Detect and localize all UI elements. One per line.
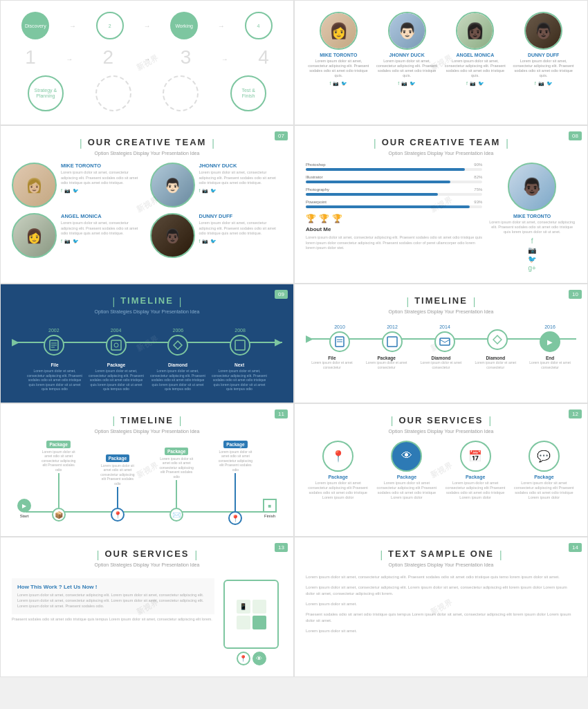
title-bar-8: OUR CREATIVE TEAM xyxy=(306,137,576,149)
tl10-text-package: Lorem ipsum dolor et amet consectetur xyxy=(360,360,413,369)
tl10-year-2012: 2012 xyxy=(387,324,398,329)
slide-title-7: OUR CREATIVE TEAM xyxy=(88,137,207,147)
slide-10: 新视界 10 TIMELINE Option Strategies Displa… xyxy=(294,284,588,403)
desc-angel: Lorem ipsum dolor sit amet, consectetur … xyxy=(443,59,508,79)
dot-2006 xyxy=(167,335,188,356)
slide-title-13: OUR SERVICES xyxy=(104,549,189,559)
timeline-node-2002: 2002 xyxy=(23,328,85,356)
team-avatar-mike: 👩🏼 xyxy=(12,163,57,208)
slide-9: 新视界 09 TIMELINE Option Strategies Displa… xyxy=(0,284,294,403)
team-social-jhonny: f📷🐦 xyxy=(199,188,283,194)
team-text-dunny: Lorem ipsum dolor sit amet, consectetur … xyxy=(199,221,283,237)
service-card-1: 📍 Package Lorem ipsum dolor sit amet con… xyxy=(306,441,370,501)
tl11-label-2: Package xyxy=(106,454,129,462)
label-3 xyxy=(163,75,199,111)
svg-rect-4 xyxy=(111,340,121,350)
skill-label-photoshop: Photoshop xyxy=(306,163,326,167)
tl11-dot-4: 📍 xyxy=(228,511,242,525)
tl-name-package: Package xyxy=(87,362,145,367)
slide-12: 新视界 12 OUR SERVICES Option Strategies Di… xyxy=(294,403,588,537)
skill-illustrator: Illustrator 82% xyxy=(306,175,482,183)
svg-rect-7 xyxy=(235,340,245,350)
text-para-2: Lorem ipsum dolor sit amet, consectetur … xyxy=(306,584,576,597)
title-bar-11: TIMELINE xyxy=(12,415,282,427)
tl10-text-file: Lorem ipsum dolor et amet consectetur xyxy=(306,360,358,369)
slide-number-7: 07 xyxy=(275,131,288,140)
team-text-jhonny: Lorem ipsum dolor sit amet, consectetur … xyxy=(199,170,283,186)
tl-name-file: File xyxy=(26,362,84,367)
svg-marker-13 xyxy=(493,335,502,344)
slide-subtitle-10: Option Strategies Display Your Presentat… xyxy=(306,309,576,314)
slide-title-9: TIMELINE xyxy=(120,295,174,306)
skill-bar-bg-illustrator xyxy=(306,181,482,183)
slide-number-9: 09 xyxy=(275,290,288,299)
tl10-node-2014: 2014 xyxy=(419,324,471,352)
tl10-node-2012: 2012 xyxy=(366,324,419,352)
slide-14: 新视界 14 TEXT SAMPLE ONE Option Strategies… xyxy=(294,537,588,677)
avatar-dunny: 👨🏿 xyxy=(524,12,562,50)
slide-subtitle-11: Option Strategies Display Your Presentat… xyxy=(12,429,282,434)
team-card-jhonny: 👨🏻 JHONNY DUCK Lorem ipsum dolor sit ame… xyxy=(150,163,283,208)
tl10-lbl-diamond3: Diamond Lorem ipsum dolor et amet consec… xyxy=(469,356,522,369)
tl10-text-diamond2: Lorem ipsum dolor et amet consectetur xyxy=(415,360,468,369)
tl11-dot-3: ✉️ xyxy=(169,508,183,522)
avatar-mike: 👩 xyxy=(320,12,358,50)
process-circle-2: 2 xyxy=(96,12,124,39)
tl10-name-diamond2: Diamond xyxy=(415,356,468,360)
team-name-jhonny: JHONNY DUCK xyxy=(199,163,283,169)
skills-bars: Photoshop 90% Illustrator 82% xyxy=(306,163,482,272)
tl10-node-2010: 2010 xyxy=(313,324,366,352)
tl11-dot-2: 📍 xyxy=(111,508,125,522)
how-text: Lorem ipsum dolor sit amet, consectetur … xyxy=(17,593,209,609)
team-info-mike: MIKE TORONTO Lorem ipsum dolor sit amet,… xyxy=(61,163,145,194)
tl10-dot-2016: ▶ xyxy=(540,331,560,352)
team-avatar-dunny: 👨🏿 xyxy=(150,213,195,258)
tl11-nodes: Package Lorem ipsum dolor sit amet odio … xyxy=(12,441,282,526)
team-info-dunny: DUNNY DUFF Lorem ipsum dolor sit amet, c… xyxy=(199,213,283,244)
profile-social: f📷🐦g+ xyxy=(488,237,576,272)
timeline-node-2008: 2008 xyxy=(209,328,271,356)
desc-dunny: Lorem ipsum dolor sit amet, consectetur … xyxy=(511,59,576,79)
service-label-4: Package xyxy=(512,475,576,479)
skill-label-illustrator: Illustrator xyxy=(306,175,323,179)
team-grid-7: 👩🏼 MIKE TORONTO Lorem ipsum dolor sit am… xyxy=(12,163,282,258)
team-name-angel: ANGEL MONICA xyxy=(61,213,145,219)
skills-layout: Photoshop 90% Illustrator 82% xyxy=(306,163,576,272)
service-label-2: Package xyxy=(374,475,439,479)
slide-7: 新视界 07 OUR CREATIVE TEAM Option Strategi… xyxy=(0,125,294,284)
member-mike: 👩 MIKE TORONTO Lorem ipsum dolor sit ame… xyxy=(306,12,371,86)
desc-mike: Lorem ipsum dolor sit amet, consectetur … xyxy=(306,59,371,79)
skill-pct-photography: 75% xyxy=(474,187,482,193)
year-2008: 2008 xyxy=(235,328,246,333)
skill-bar-fill-photoshop xyxy=(306,168,465,171)
tablet-mockup: 📱 xyxy=(223,580,279,649)
slide-subtitle-7: Option Strategies Display Your Presentat… xyxy=(12,151,282,156)
tl11-dot-1: 📦 xyxy=(52,508,66,522)
text-para-1: Lorem ipsum dolor sit amet, consectetur … xyxy=(306,574,576,580)
team-social-mike: f📷🐦 xyxy=(61,188,145,194)
tl11-node-2: Package Lorem ipsum dolor sit amet odio … xyxy=(98,454,136,526)
process-circle-discovery: Discovery xyxy=(21,12,49,39)
services13-tablet: 📱 📍 👁 xyxy=(220,574,282,665)
service-icon-1: 📍 xyxy=(322,441,353,472)
team-card-dunny: 👨🏿 DUNNY DUFF Lorem ipsum dolor sit amet… xyxy=(150,213,283,258)
tl11-start-label: Start xyxy=(17,514,31,518)
timeline-node-2006: 2006 xyxy=(147,328,210,356)
tl10-node-2016: 2016 ▶ xyxy=(524,324,576,352)
process-circle-4: 4 xyxy=(245,12,273,39)
service-card-2: 👁 Package Lorem ipsum dolor sit amet con… xyxy=(374,441,439,501)
title-bar-7: OUR CREATIVE TEAM xyxy=(12,137,282,149)
service-icon-4: 💬 xyxy=(529,441,560,472)
tl11-text-3: Lorem ipsum dolor sit amet odio sit amet… xyxy=(158,457,196,479)
tl10-text-end: Lorem ipsum dolor et amet consectetur xyxy=(524,360,576,369)
awards-text: Lorem ipsum dolor sit amet, consectetur … xyxy=(306,235,482,251)
team-text-angel: Lorem ipsum dolor sit amet, consectetur … xyxy=(61,221,145,237)
tl-name-diamond: Diamond xyxy=(149,362,207,367)
services-grid-12: 📍 Package Lorem ipsum dolor sit amet con… xyxy=(306,441,576,501)
tl10-labels: File Lorem ipsum dolor et amet consectet… xyxy=(306,356,576,369)
slide-subtitle-13: Option Strategies Display Your Presentat… xyxy=(12,562,282,567)
slide-subtitle-12: Option Strategies Display Your Presentat… xyxy=(306,429,576,434)
text-para-3: Lorem ipsum dolor sit amet. xyxy=(306,601,576,607)
skill-bar-bg-photoshop xyxy=(306,168,482,171)
tl11-text-2: Lorem ipsum dolor sit amet odio sit amet… xyxy=(98,463,136,486)
